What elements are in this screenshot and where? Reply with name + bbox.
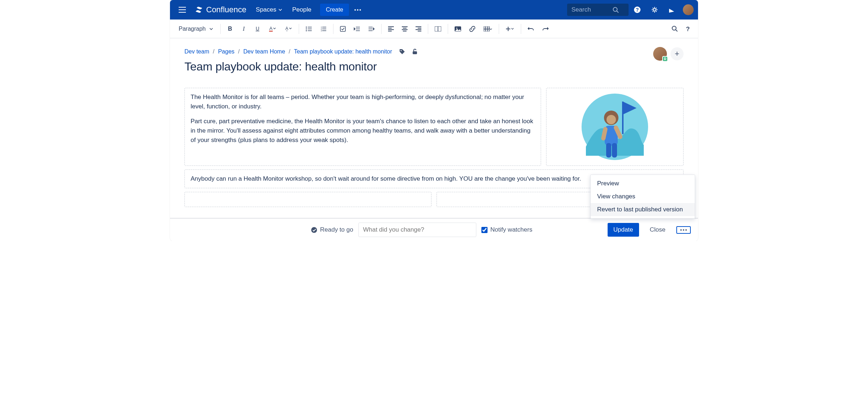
align-left-button[interactable] [384,24,397,34]
svg-point-40 [683,229,684,231]
svg-point-41 [685,229,687,231]
create-button[interactable]: Create [320,4,349,16]
svg-text:3: 3 [321,30,322,31]
find-replace-button[interactable] [668,23,681,34]
svg-text:U: U [256,26,259,31]
user-avatar[interactable] [683,4,694,15]
editor-footer: Ready to go Notify watchers Update Close… [170,218,698,241]
breadcrumb-link[interactable]: Dev team [184,48,209,55]
svg-point-1 [357,9,358,10]
svg-text:?: ? [686,26,690,32]
app-switcher-icon[interactable] [174,4,190,16]
search-input[interactable]: Search [567,4,629,16]
svg-point-25 [672,26,676,30]
svg-point-38 [311,227,317,233]
ellipsis-icon [680,229,687,231]
check-circle-icon [311,227,317,233]
svg-point-39 [680,229,682,231]
numbered-list-button[interactable]: 123 [316,24,330,34]
insert-more-button[interactable] [502,24,518,34]
svg-text:B: B [228,26,232,32]
paragraph-style-select[interactable]: Paragraph [174,23,217,34]
bold-button[interactable]: B [224,24,237,34]
svg-point-6 [654,9,656,11]
svg-rect-20 [340,26,345,31]
settings-gear-icon[interactable] [646,3,663,16]
illustration-icon [579,92,651,161]
insert-table-button[interactable] [480,24,496,34]
restrictions-icon[interactable] [409,49,417,55]
search-placeholder: Search [571,6,591,13]
breadcrumb-link[interactable]: Pages [218,48,234,55]
search-icon [613,7,619,13]
svg-rect-28 [413,51,417,54]
svg-text:A: A [269,26,272,31]
chevron-down-icon [209,28,213,30]
chevron-down-icon [278,9,282,11]
undo-button[interactable] [524,25,538,33]
collaborator-avatar[interactable]: R [653,47,667,61]
menu-item-revert[interactable]: Revert to last published version [591,203,695,216]
notify-watchers-checkbox[interactable]: Notify watchers [481,226,532,233]
breadcrumb-link[interactable]: Team playbook update: health monitor [294,48,392,55]
layout-cell[interactable]: The Health Monitor is for all teams – pe… [184,88,541,166]
page-layout-button[interactable] [431,24,445,34]
align-right-button[interactable] [412,24,425,34]
svg-rect-36 [606,143,611,158]
redo-button[interactable] [539,25,552,33]
confluence-logo[interactable]: Confluence [190,5,251,14]
brand-text: Confluence [206,5,246,14]
svg-rect-24 [484,26,489,31]
notification-icon[interactable] [663,3,680,16]
insert-image-button[interactable] [451,24,465,34]
draft-status: Ready to go [311,226,353,233]
layout-cell[interactable] [546,88,684,166]
indent-button[interactable] [365,24,378,34]
svg-rect-11 [269,31,273,32]
help-icon[interactable]: ? [629,3,646,16]
svg-point-0 [354,9,356,10]
labels-icon[interactable] [396,49,405,55]
nav-more-icon[interactable] [349,6,366,14]
editor-help-button[interactable]: ? [682,23,694,34]
insert-link-button[interactable] [465,23,479,34]
breadcrumb: Dev team / Pages / Dev team Home / Team … [184,48,684,55]
svg-point-3 [613,7,617,11]
nav-spaces[interactable]: Spaces [251,3,287,16]
italic-button[interactable]: I [237,24,250,34]
version-comment-input[interactable] [358,223,476,237]
svg-point-27 [401,50,402,51]
menu-item-preview[interactable]: Preview [591,177,695,190]
task-list-button[interactable] [336,24,349,34]
presence-badge: R [662,56,668,62]
add-collaborator-button[interactable]: + [671,47,684,60]
svg-point-2 [359,9,361,10]
breadcrumb-link[interactable]: Dev team Home [243,48,285,55]
more-formatting-button[interactable]: A▾ [281,24,296,34]
format-toolbar: Paragraph B I U A A▾ 123 ? [170,20,698,38]
svg-text:?: ? [636,7,639,13]
svg-point-15 [306,28,307,29]
update-button[interactable]: Update [608,223,639,237]
svg-text:I: I [242,26,245,32]
menu-item-view-changes[interactable]: View changes [591,190,695,203]
svg-point-23 [456,27,457,29]
underline-button[interactable]: U [251,24,264,34]
page-collaborators: R + [653,47,684,61]
svg-point-14 [306,26,307,27]
close-button[interactable]: Close [644,223,671,237]
bullet-list-button[interactable] [302,24,316,34]
svg-rect-37 [612,143,617,158]
paragraph[interactable]: The Health Monitor is for all teams – pe… [191,92,535,112]
text-color-button[interactable]: A [265,24,280,34]
page-title[interactable]: Team playbook update: health monitor [184,60,684,73]
align-center-button[interactable] [398,24,411,34]
svg-point-16 [306,30,307,31]
paragraph[interactable]: Part cure, part preventative medicine, t… [191,117,535,145]
top-nav: Confluence Spaces People Create Search ? [170,0,698,20]
layout-cell[interactable] [184,192,431,207]
outdent-button[interactable] [350,24,364,34]
svg-text:▾: ▾ [286,30,287,32]
nav-people[interactable]: People [287,3,316,16]
more-actions-button[interactable] [676,226,691,234]
